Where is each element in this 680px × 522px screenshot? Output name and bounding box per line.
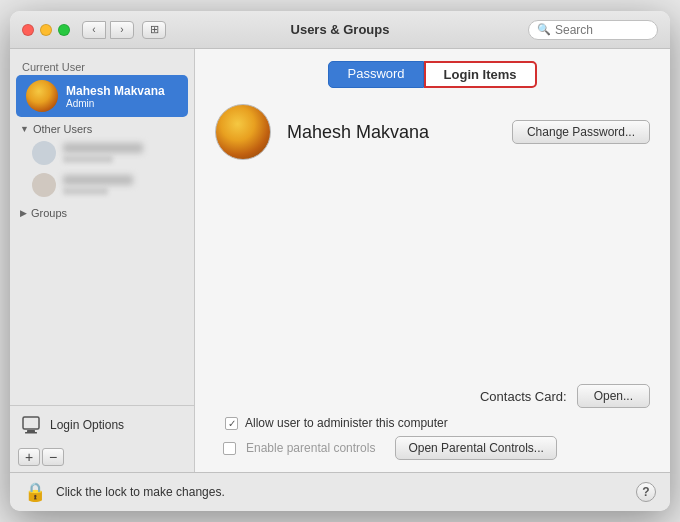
other-user-1-name xyxy=(63,143,143,153)
maximize-button[interactable] xyxy=(58,24,70,36)
login-options-label: Login Options xyxy=(50,418,124,432)
user-info-row: Mahesh Makvana Change Password... xyxy=(215,104,650,160)
lock-icon[interactable]: 🔒 xyxy=(24,481,46,503)
traffic-lights xyxy=(22,24,70,36)
parental-row: Enable parental controls Open Parental C… xyxy=(215,436,650,460)
tab-bar: Password Login Items xyxy=(215,61,650,88)
groups-row[interactable]: ▶ Groups xyxy=(10,201,194,221)
back-button[interactable]: ‹ xyxy=(82,21,106,39)
check-icon: ✓ xyxy=(228,418,236,429)
groups-label: Groups xyxy=(31,207,67,219)
login-options-row[interactable]: Login Options xyxy=(10,405,194,444)
main-panel: Password Login Items Mahesh Makvana Chan… xyxy=(195,49,670,472)
other-user-1[interactable] xyxy=(10,137,194,169)
close-button[interactable] xyxy=(22,24,34,36)
change-password-button[interactable]: Change Password... xyxy=(512,120,650,144)
other-user-2-role xyxy=(63,187,108,195)
contacts-card-label: Contacts Card: xyxy=(480,389,567,404)
search-input[interactable] xyxy=(555,23,645,37)
current-user-item[interactable]: Mahesh Makvana Admin xyxy=(16,75,188,117)
disclosure-arrow-icon: ▼ xyxy=(20,124,29,134)
tab-login-items[interactable]: Login Items xyxy=(424,61,537,88)
parental-checkbox[interactable] xyxy=(223,442,236,455)
other-user-1-info xyxy=(63,143,143,163)
contacts-card-row: Contacts Card: Open... xyxy=(215,384,650,408)
sidebar-spacer xyxy=(10,221,194,405)
other-user-1-role xyxy=(63,155,113,163)
svg-rect-2 xyxy=(25,432,37,434)
current-user-label: Current User xyxy=(10,57,194,75)
other-user-2-avatar xyxy=(32,173,56,197)
titlebar: ‹ › ⊞ Users & Groups 🔍 xyxy=(10,11,670,49)
other-user-1-avatar xyxy=(32,141,56,165)
add-user-button[interactable]: + xyxy=(18,448,40,466)
bottom-bar: 🔒 Click the lock to make changes. ? xyxy=(10,472,670,511)
main-user-avatar xyxy=(215,104,271,160)
administer-label: Allow user to administer this computer xyxy=(245,416,448,430)
forward-button[interactable]: › xyxy=(110,21,134,39)
administer-checkbox[interactable]: ✓ xyxy=(225,417,238,430)
nav-buttons: ‹ › xyxy=(82,21,134,39)
tab-password[interactable]: Password xyxy=(328,61,423,88)
current-user-avatar xyxy=(26,80,58,112)
remove-user-button[interactable]: − xyxy=(42,448,64,466)
help-button[interactable]: ? xyxy=(636,482,656,502)
current-user-name: Mahesh Makvana xyxy=(66,84,165,98)
other-users-header[interactable]: ▼ Other Users xyxy=(10,117,194,137)
svg-rect-1 xyxy=(27,430,35,432)
other-user-2-info xyxy=(63,175,133,195)
search-icon: 🔍 xyxy=(537,23,551,36)
other-user-2[interactable] xyxy=(10,169,194,201)
administer-row: ✓ Allow user to administer this computer xyxy=(215,416,650,430)
parental-label: Enable parental controls xyxy=(246,441,375,455)
other-users-label: Other Users xyxy=(33,123,92,135)
open-parental-button[interactable]: Open Parental Controls... xyxy=(395,436,556,460)
main-username: Mahesh Makvana xyxy=(287,122,496,143)
login-options-icon xyxy=(20,414,42,436)
sidebar-bottom-buttons: + − xyxy=(10,444,194,472)
lock-text: Click the lock to make changes. xyxy=(56,485,626,499)
content-area: Current User Mahesh Makvana Admin ▼ Othe… xyxy=(10,49,670,472)
open-contacts-button[interactable]: Open... xyxy=(577,384,650,408)
window-title: Users & Groups xyxy=(291,22,390,37)
current-user-role: Admin xyxy=(66,98,165,109)
grid-button[interactable]: ⊞ xyxy=(142,21,166,39)
sidebar: Current User Mahesh Makvana Admin ▼ Othe… xyxy=(10,49,195,472)
svg-rect-0 xyxy=(23,417,39,429)
middle-spacer xyxy=(215,176,650,384)
minimize-button[interactable] xyxy=(40,24,52,36)
groups-arrow-icon: ▶ xyxy=(20,208,27,218)
search-bar[interactable]: 🔍 xyxy=(528,20,658,40)
current-user-info: Mahesh Makvana Admin xyxy=(66,84,165,109)
other-user-2-name xyxy=(63,175,133,185)
main-window: ‹ › ⊞ Users & Groups 🔍 Current User Mahe… xyxy=(10,11,670,511)
